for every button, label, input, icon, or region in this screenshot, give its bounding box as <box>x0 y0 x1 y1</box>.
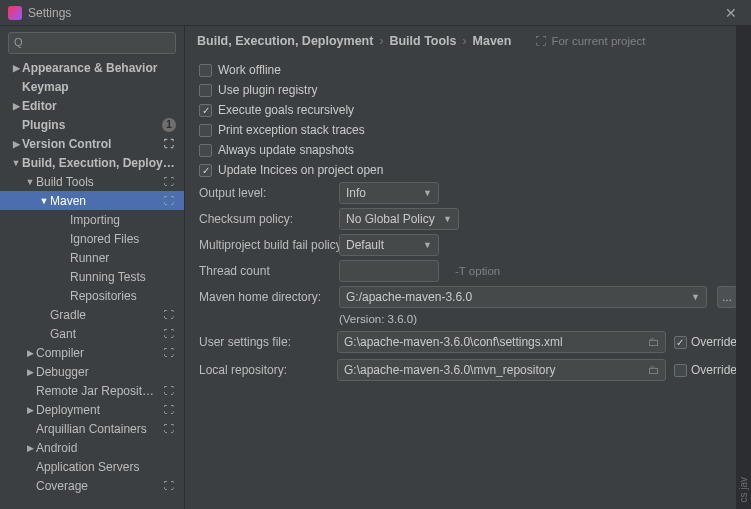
project-scope-icon: ⛶ <box>162 175 176 189</box>
checksum-select[interactable]: No Global Policy▼ <box>339 208 459 230</box>
right-edge-strip: cs jav <box>736 26 751 509</box>
tree-arrow-icon: ▶ <box>10 139 22 149</box>
sidebar: Q ▶Appearance & BehaviorKeymap▶EditorPlu… <box>0 26 185 509</box>
breadcrumb: Build, Execution, Deployment › Build Too… <box>185 26 751 56</box>
sidebar-item-build-execution-deployment[interactable]: ▼Build, Execution, Deployment <box>0 153 184 172</box>
sidebar-item-ignored-files[interactable]: Ignored Files <box>0 229 184 248</box>
user-settings-override-label: Override <box>691 335 737 349</box>
work-offline-checkbox[interactable] <box>199 64 212 77</box>
exec-goals-label: Execute goals recursively <box>218 103 354 117</box>
sidebar-item-arquillian-containers[interactable]: Arquillian Containers⛶ <box>0 419 184 438</box>
sidebar-item-coverage[interactable]: Coverage⛶ <box>0 476 184 495</box>
sidebar-item-label: Compiler <box>36 346 158 360</box>
maven-home-select[interactable]: G:/apache-maven-3.6.0▼ <box>339 286 707 308</box>
sidebar-item-debugger[interactable]: ▶Debugger <box>0 362 184 381</box>
sidebar-item-runner[interactable]: Runner <box>0 248 184 267</box>
user-settings-label: User settings file: <box>199 335 329 349</box>
sidebar-item-label: Android <box>36 441 176 455</box>
thread-count-label: Thread count <box>199 264 329 278</box>
checksum-label: Checksum policy: <box>199 212 329 226</box>
maven-home-browse-button[interactable]: … <box>717 286 737 308</box>
user-settings-input[interactable]: G:\apache-maven-3.6.0\conf\settings.xml🗀 <box>337 331 666 353</box>
local-repo-override-label: Override <box>691 363 737 377</box>
tree-arrow-icon: ▶ <box>24 367 36 377</box>
tree-arrow-icon: ▶ <box>24 405 36 415</box>
thread-count-input[interactable] <box>339 260 439 282</box>
project-scope-icon: ⛶ <box>162 137 176 151</box>
sidebar-item-label: Application Servers <box>36 460 176 474</box>
local-repo-input[interactable]: G:\apache-maven-3.6.0\mvn_repository🗀 <box>337 359 666 381</box>
crumb-maven[interactable]: Maven <box>473 34 512 48</box>
sidebar-item-remote-jar-repositories[interactable]: Remote Jar Repositories⛶ <box>0 381 184 400</box>
tree-arrow-icon: ▶ <box>24 443 36 453</box>
sidebar-item-maven[interactable]: ▼Maven⛶ <box>0 191 184 210</box>
sidebar-item-gant[interactable]: Gant⛶ <box>0 324 184 343</box>
sidebar-item-compiler[interactable]: ▶Compiler⛶ <box>0 343 184 362</box>
thread-count-hint: -T option <box>455 265 500 277</box>
project-scope-icon: ⛶ <box>162 403 176 417</box>
sidebar-item-label: Gradle <box>50 308 158 322</box>
sidebar-item-label: Coverage <box>36 479 158 493</box>
tree-arrow-icon: ▼ <box>24 177 36 187</box>
scope-label: ⛶ For current project <box>535 35 645 47</box>
settings-form: Work offline Use plugin registry Execute… <box>185 56 751 509</box>
main-panel: Build, Execution, Deployment › Build Too… <box>185 26 751 509</box>
sidebar-item-version-control[interactable]: ▶Version Control⛶ <box>0 134 184 153</box>
sidebar-item-editor[interactable]: ▶Editor <box>0 96 184 115</box>
sidebar-item-label: Repositories <box>70 289 176 303</box>
window-title: Settings <box>28 6 71 20</box>
tree-arrow-icon: ▼ <box>10 158 22 168</box>
always-update-label: Always update snapshots <box>218 143 354 157</box>
always-update-checkbox[interactable] <box>199 144 212 157</box>
folder-icon[interactable]: 🗀 <box>648 363 660 377</box>
project-scope-icon: ⛶ <box>162 327 176 341</box>
print-stack-checkbox[interactable] <box>199 124 212 137</box>
sidebar-item-label: Keymap <box>22 80 176 94</box>
chevron-right-icon: › <box>379 34 383 48</box>
project-icon: ⛶ <box>535 35 547 47</box>
local-repo-override-checkbox[interactable] <box>674 364 687 377</box>
output-level-select[interactable]: Info▼ <box>339 182 439 204</box>
project-scope-icon: ⛶ <box>162 479 176 493</box>
sidebar-item-keymap[interactable]: Keymap <box>0 77 184 96</box>
crumb-tools[interactable]: Build Tools <box>389 34 456 48</box>
folder-icon[interactable]: 🗀 <box>648 335 660 349</box>
use-plugin-label: Use plugin registry <box>218 83 317 97</box>
sidebar-item-android[interactable]: ▶Android <box>0 438 184 457</box>
print-stack-label: Print exception stack traces <box>218 123 365 137</box>
sidebar-item-running-tests[interactable]: Running Tests <box>0 267 184 286</box>
sidebar-item-label: Gant <box>50 327 158 341</box>
chevron-down-icon: ▼ <box>691 292 700 302</box>
sidebar-item-gradle[interactable]: Gradle⛶ <box>0 305 184 324</box>
sidebar-item-label: Runner <box>70 251 176 265</box>
user-settings-override-checkbox[interactable] <box>674 336 687 349</box>
exec-goals-checkbox[interactable] <box>199 104 212 117</box>
project-scope-icon: ⛶ <box>162 308 176 322</box>
sidebar-item-label: Debugger <box>36 365 176 379</box>
sidebar-item-label: Deployment <box>36 403 158 417</box>
maven-home-label: Maven home directory: <box>199 290 329 304</box>
sidebar-item-label: Maven <box>50 194 158 208</box>
update-indices-checkbox[interactable] <box>199 164 212 177</box>
chevron-down-icon: ▼ <box>443 214 452 224</box>
local-repo-label: Local repository: <box>199 363 329 377</box>
multiproject-select[interactable]: Default▼ <box>339 234 439 256</box>
sidebar-item-importing[interactable]: Importing <box>0 210 184 229</box>
project-scope-icon: ⛶ <box>162 194 176 208</box>
sidebar-item-appearance-behavior[interactable]: ▶Appearance & Behavior <box>0 58 184 77</box>
sidebar-item-label: Plugins <box>22 118 158 132</box>
maven-version-note: (Version: 3.6.0) <box>339 313 417 325</box>
sidebar-item-deployment[interactable]: ▶Deployment⛶ <box>0 400 184 419</box>
sidebar-item-application-servers[interactable]: Application Servers <box>0 457 184 476</box>
tree-arrow-icon: ▶ <box>24 348 36 358</box>
sidebar-item-plugins[interactable]: Plugins1 <box>0 115 184 134</box>
sidebar-item-label: Importing <box>70 213 176 227</box>
tree-arrow-icon: ▼ <box>38 196 50 206</box>
chevron-down-icon: ▼ <box>423 240 432 250</box>
close-icon[interactable]: ✕ <box>719 3 743 23</box>
sidebar-item-build-tools[interactable]: ▼Build Tools⛶ <box>0 172 184 191</box>
search-input[interactable] <box>8 32 176 54</box>
sidebar-item-repositories[interactable]: Repositories <box>0 286 184 305</box>
crumb-build[interactable]: Build, Execution, Deployment <box>197 34 373 48</box>
use-plugin-checkbox[interactable] <box>199 84 212 97</box>
